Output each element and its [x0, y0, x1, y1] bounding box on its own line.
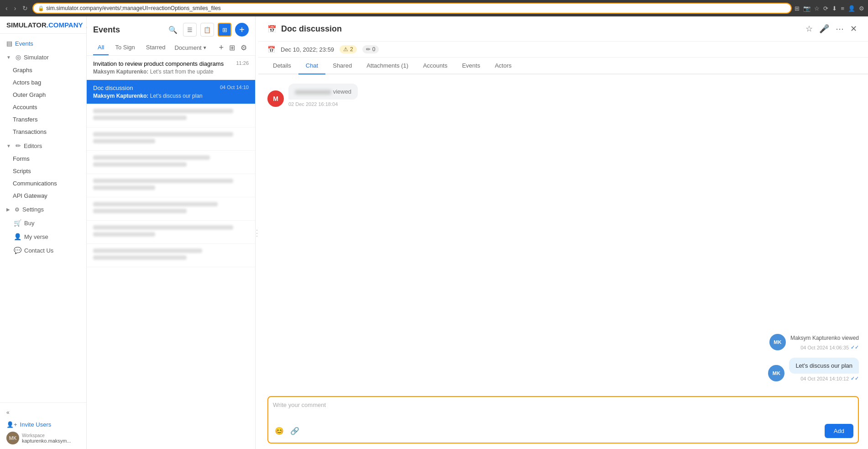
- blurred-line: [93, 225, 233, 230]
- tab-accounts[interactable]: Accounts: [416, 58, 455, 74]
- sidebar-item-editors[interactable]: ▼ ✏ Editors: [0, 139, 86, 153]
- events-tabs: All To Sign Starred Document ▼ + ⊞ ⚙: [87, 40, 255, 56]
- menu-icon[interactable]: ≡: [841, 5, 844, 12]
- blurred-line: [93, 255, 187, 260]
- sidebar-item-communications[interactable]: Communications: [0, 177, 86, 190]
- tab-shared[interactable]: Shared: [325, 58, 359, 74]
- tab-actors[interactable]: Actors: [487, 58, 519, 74]
- sidebar-item-settings[interactable]: ▶ ⚙ Settings: [0, 203, 86, 216]
- screenshot-icon[interactable]: 📷: [803, 5, 810, 12]
- sidebar-item-my-verse[interactable]: 👤 My verse: [0, 230, 86, 243]
- tab-details[interactable]: Details: [266, 58, 298, 74]
- sidebar-item-contact-us[interactable]: 💬 Contact Us: [0, 243, 86, 257]
- sidebar-item-scripts[interactable]: Scripts: [0, 165, 86, 177]
- back-button[interactable]: ‹: [4, 4, 10, 13]
- account-icon[interactable]: 👤: [848, 5, 855, 12]
- more-options-button[interactable]: ⋯: [834, 22, 846, 36]
- blurred-event-item-7: [87, 244, 255, 267]
- settings-icon[interactable]: ⚙: [859, 5, 864, 12]
- address-bar[interactable]: 🔒 sim.simulator.company/events/;manageUI…: [32, 3, 792, 14]
- main-meta: 📅 Dec 10, 2022; 23:59 ⚠ 2 ✏ 0: [258, 42, 868, 58]
- sidebar-item-actors-bag[interactable]: Actors bag: [0, 76, 86, 89]
- sidebar-item-simulator[interactable]: ▼ ◎ Simulator: [0, 50, 86, 64]
- tab-to-sign[interactable]: To Sign: [110, 40, 139, 55]
- contact-us-icon: 💬: [14, 247, 21, 254]
- tab-document[interactable]: Document ▼: [172, 41, 209, 55]
- sidebar-item-transfers[interactable]: Transfers: [0, 113, 86, 126]
- settings-tab-button[interactable]: ⚙: [239, 41, 249, 54]
- card-view-button[interactable]: ⊞: [218, 23, 231, 37]
- chat-message-3: Let's discuss our plan 04 Oct 2024 14:10…: [267, 358, 859, 381]
- event-item[interactable]: Invitation to review product components …: [87, 56, 255, 80]
- tab-attachments[interactable]: Attachments (1): [359, 58, 416, 74]
- meta-count1: 2: [350, 46, 353, 53]
- bookmark-icon[interactable]: ☆: [814, 5, 820, 12]
- tab-events[interactable]: Events: [455, 58, 487, 74]
- list-view-button[interactable]: ☰: [183, 23, 197, 37]
- address-text: sim.simulator.company/events/;manageUI=r…: [46, 5, 221, 11]
- event-item-header: Invitation to review product components …: [93, 60, 249, 67]
- event-item-header-active: Doc discussion 04 Oct 14:10: [93, 85, 249, 91]
- edit-icon: ✏: [366, 46, 371, 53]
- sidebar-navigation: ▤ Events ▼ ◎ Simulator Graphs Actors bag…: [0, 34, 86, 402]
- reload-button[interactable]: ↻: [21, 4, 30, 13]
- tab-all[interactable]: All: [93, 40, 109, 55]
- main-tabs: Details Chat Shared Attachments (1) Acco…: [258, 58, 868, 74]
- blurred-event-item-5: [87, 197, 255, 221]
- add-tab-button[interactable]: +: [217, 41, 225, 54]
- sidebar-item-events[interactable]: ▤ Events: [0, 37, 86, 50]
- sidebar-item-buy[interactable]: 🛒 Buy: [0, 216, 86, 230]
- brand-company-text: .COMPANY: [47, 21, 83, 29]
- sidebar-footer: « 👤+ Invite Users MK Workspace kapturenk…: [0, 402, 86, 449]
- chat-avatar-right-2: MK: [769, 334, 786, 350]
- download-icon[interactable]: ⬇: [832, 5, 837, 12]
- events-panel: Events 🔍 ☰ 📋 ⊞ + All To Sign Starred Doc…: [87, 16, 256, 449]
- sidebar-my-verse-label: My verse: [24, 233, 48, 240]
- filter-button[interactable]: ⊞: [227, 41, 237, 54]
- sidebar-item-accounts[interactable]: Accounts: [0, 101, 86, 113]
- history-icon[interactable]: ⟳: [823, 5, 828, 12]
- collapse-icon: «: [6, 409, 10, 416]
- sidebar-item-forms[interactable]: Forms: [0, 153, 86, 165]
- search-button[interactable]: 🔍: [167, 24, 179, 36]
- add-comment-button[interactable]: Add: [825, 424, 853, 438]
- invite-users-button[interactable]: 👤+ Invite Users: [6, 421, 80, 428]
- event-item-active[interactable]: Doc discussion 04 Oct 14:10 Maksym Kaptu…: [87, 80, 255, 104]
- tick-icon-2: ✓✓: [851, 344, 859, 350]
- meta-count2: 0: [372, 46, 376, 53]
- star-button[interactable]: ☆: [804, 22, 815, 36]
- forward-button[interactable]: ›: [12, 4, 18, 13]
- chat-bubble-wrap-3: Let's discuss our plan 04 Oct 2024 14:10…: [789, 358, 859, 381]
- extensions-icon[interactable]: ⊞: [795, 5, 800, 12]
- brand-logo: SIMULATOR.COMPANY: [6, 21, 83, 29]
- emoji-button[interactable]: 😊: [273, 425, 286, 437]
- viewed-suffix-1: viewed: [333, 88, 351, 95]
- lock-icon: 🔒: [38, 5, 44, 11]
- events-header-icons: 🔍 ☰ 📋 ⊞ +: [167, 23, 249, 37]
- collapse-sidebar-button[interactable]: «: [6, 407, 80, 417]
- add-event-button[interactable]: +: [235, 23, 249, 37]
- attachment-button[interactable]: 🔗: [288, 425, 301, 437]
- sidebar-item-graphs[interactable]: Graphs: [0, 64, 86, 76]
- app-layout: SIMULATOR.COMPANY 🔔 ▤ Events ▼ ◎ Simulat…: [0, 16, 868, 449]
- close-button[interactable]: ✕: [848, 22, 859, 36]
- chat-time-1: 02 Dec 2022 16:18:04: [288, 101, 358, 107]
- sidebar-contact-us-label: Contact Us: [24, 247, 53, 254]
- event-item-sub: Maksym Kapturenko: Let's start from the …: [93, 69, 249, 75]
- chat-time-3: 04 Oct 2024 14:10:12 ✓✓: [800, 375, 859, 381]
- tab-chat[interactable]: Chat: [298, 58, 325, 74]
- chat-bubble-wrap-2: Maksym Kapturenko viewed 04 Oct 2024 14:…: [790, 335, 859, 350]
- meta-date: Dec 10, 2022; 23:59: [281, 46, 334, 53]
- microphone-button[interactable]: 🎤: [817, 22, 831, 36]
- comment-input[interactable]: [273, 401, 853, 420]
- sidebar-item-api-gateway[interactable]: API Gateway: [0, 190, 86, 202]
- tab-starred[interactable]: Starred: [141, 40, 170, 55]
- events-icon: ▤: [6, 40, 12, 47]
- chat-message-2: Maksym Kapturenko viewed 04 Oct 2024 14:…: [267, 334, 859, 350]
- blurred-line: [93, 179, 233, 183]
- archive-view-button[interactable]: 📋: [200, 23, 214, 37]
- sidebar-item-outer-graph[interactable]: Outer Graph: [0, 89, 86, 101]
- sidebar-events-label: Events: [15, 40, 33, 47]
- brand-sim-text: SIMULATOR: [6, 21, 47, 29]
- sidebar-item-transactions[interactable]: Transactions: [0, 126, 86, 138]
